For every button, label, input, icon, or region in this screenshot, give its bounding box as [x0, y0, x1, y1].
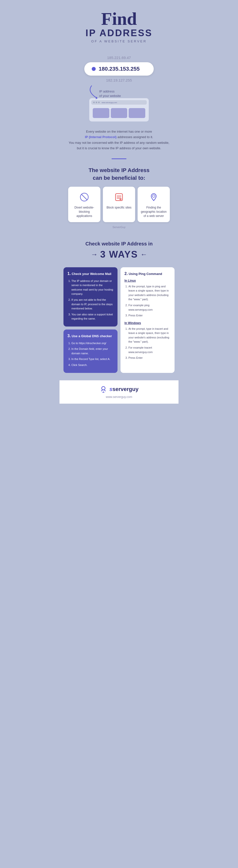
footer: sserverguy www.serverguy.com [59, 380, 179, 404]
list-item: If you are not able to find the domain t… [71, 298, 114, 311]
pin-icon [148, 192, 159, 203]
list-item: For example ping www.serverguy.com [128, 303, 171, 312]
browser-dot-2 [96, 102, 97, 103]
hero-subtitle: OF A WEBSITE SERVER [91, 39, 147, 43]
footer-brand: sserverguy [109, 386, 138, 393]
arrow-left-icon: → [91, 250, 98, 258]
ip-display-section: 185.221.69.47 180.235.153.255 182.19.127… [59, 56, 179, 122]
footer-url: www.serverguy.com [106, 395, 132, 399]
step-card-3: 3. Use a Global DNS checker Go to https:… [63, 330, 118, 373]
list-item: Go to https://dnschecker.org/ [71, 341, 114, 346]
divider [112, 158, 126, 159]
card-block: Block specific sites [103, 187, 135, 222]
step-3-list: Go to https://dnschecker.org/ In the Dom… [67, 341, 114, 367]
browser-url: www.serverguy.com [102, 102, 117, 103]
check-title: Check website IP Address in [64, 241, 174, 247]
hero-title-find: Find [101, 10, 137, 28]
footer-logo: sserverguy [99, 385, 138, 393]
list-item: In the Domain field, enter your domain n… [71, 347, 114, 355]
ip-label: IP address of your website [99, 89, 121, 98]
list-item: For example tracert www.serverguy.com [128, 346, 171, 354]
step-2-windows: In Windows At the prompt, type in tracer… [124, 321, 171, 360]
step-2-linux: In Linux At the prompt, type in ping and… [124, 279, 171, 318]
browser-block-1 [93, 108, 109, 118]
beneficial-title: The website IP Address can be beneficial… [64, 166, 174, 182]
list-item: At the prompt, type in ping and leave a … [128, 284, 171, 302]
ways-text: 3 WAYS [100, 249, 138, 260]
ip-main-box: 180.235.153.255 [84, 62, 154, 75]
card-geo: Finding the geographic location of a web… [138, 187, 170, 222]
card-block-label: Block specific sites [107, 206, 132, 210]
browser-block-2 [111, 108, 127, 118]
cards-row: Divert website-blocking applications Blo… [64, 187, 174, 222]
browser-mockup: www.serverguy.com [89, 98, 149, 122]
ban-icon [79, 192, 90, 203]
windows-sub-heading: In Windows [124, 321, 171, 325]
description-text2: You may not be concerned with the IP add… [69, 141, 169, 145]
description-text3: but it is crucial to know the IP address… [77, 146, 161, 150]
svg-point-9 [152, 195, 155, 197]
list-item: In the Record Type list, select A. [71, 357, 114, 362]
check-section: Check website IP Address in → 3 WAYS ← [59, 236, 179, 262]
ip-faded-top: 185.221.69.47 [107, 56, 131, 60]
steps-grid: 1. Check your Welcome Mail The IP addres… [59, 262, 179, 380]
description-highlight: IP (Internal Protocol) [85, 135, 117, 139]
description-section: Every website on the internet has one or… [59, 122, 179, 156]
list-item: At the prompt, type in tracert and leave… [128, 327, 171, 344]
browser-content [91, 106, 147, 120]
description-text-after: addresses assigned to it. [118, 135, 153, 139]
beneficial-section: The website IP Address can be beneficial… [59, 164, 179, 236]
card-divert-label: Divert website-blocking applications [71, 206, 98, 218]
list-item: The IP address of your domain or server … [71, 279, 114, 296]
browser-bar: www.serverguy.com [91, 100, 147, 105]
ways-row: → 3 WAYS ← [64, 249, 174, 260]
svg-line-2 [81, 194, 87, 200]
ip-arrow-section: IP address of your website [84, 84, 154, 98]
step-card-1: 1. Check your Welcome Mail The IP addres… [63, 267, 118, 327]
hero-title-ip: IP ADDRESS [86, 28, 152, 38]
hero-section: Find IP ADDRESS OF A WEBSITE SERVER [59, 0, 179, 48]
serverguy-logo-icon [99, 385, 107, 393]
step-3-heading: 3. Use a Global DNS checker [67, 334, 114, 339]
browser-dot-3 [98, 102, 100, 103]
brand-watermark: ServerGuy [64, 226, 174, 228]
linux-sub-heading: In Linux [124, 279, 171, 282]
list-item: You can also raise a support ticket rega… [71, 312, 114, 321]
step-1-heading: 1. Check your Welcome Mail [67, 271, 114, 276]
browser-block-3 [129, 108, 145, 118]
list-item: Press Enter [128, 356, 171, 360]
linux-list: At the prompt, type in ping and leave a … [124, 284, 171, 318]
windows-list: At the prompt, type in tracert and leave… [124, 327, 171, 360]
ip-dot-icon [92, 67, 96, 71]
browser-dot-1 [93, 102, 95, 103]
description-text-before: Every website on the internet has one or… [86, 130, 152, 133]
step-card-2: 2. Using Ping Command In Linux At the pr… [120, 267, 175, 373]
list-item: Press Enter [128, 313, 171, 318]
arrow-right-icon: ← [140, 250, 147, 258]
ip-faded-bottom: 182.19.127.255 [106, 78, 132, 82]
card-geo-label: Finding the geographic location of a web… [140, 206, 167, 218]
list-item: Click Search. [71, 363, 114, 367]
list-icon [114, 192, 124, 203]
ip-main-text: 180.235.153.255 [99, 66, 140, 72]
card-divert: Divert website-blocking applications [68, 187, 100, 222]
step-2-heading: 2. Using Ping Command [124, 271, 171, 276]
step-1-list: The IP address of your domain or server … [67, 279, 114, 321]
